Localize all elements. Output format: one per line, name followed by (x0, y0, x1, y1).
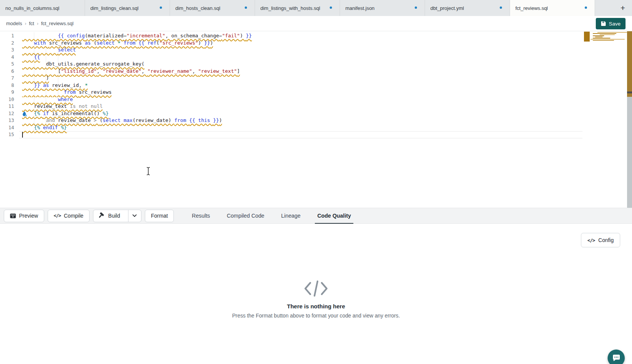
tab-dim_listings_clean.sql[interactable]: dim_listings_clean.sql (85, 0, 170, 16)
line-number: 8 (0, 82, 22, 89)
minimap-row (595, 37, 603, 37)
line-number: 4 (0, 54, 22, 61)
build-label: Build (108, 213, 120, 219)
minimap-row (597, 32, 627, 33)
code-line-text: review_text is not null (22, 103, 103, 110)
preview-button[interactable]: Preview (4, 210, 44, 222)
tab-no_nulls_in_columns.sql[interactable]: no_nulls_in_columns.sql (0, 0, 85, 16)
code-icon: </> (587, 237, 595, 243)
code-line-text: {{ config(materialized="incremental", on… (22, 32, 252, 40)
format-button[interactable]: Format (145, 210, 174, 222)
scrollbar-position-marker (627, 91, 632, 93)
line-number: 3 (0, 47, 22, 54)
code-line-text: dbt_utils.generate_surrogate_key( (22, 61, 144, 68)
empty-state-title: There is nothing here (287, 303, 345, 309)
save-button[interactable]: Save (596, 18, 626, 29)
chevron-down-icon (132, 214, 137, 217)
breadcrumb-separator: › (25, 21, 26, 26)
modified-dot (245, 6, 247, 9)
line-number: 7 (0, 75, 22, 82)
code-line-text: select (22, 47, 76, 54)
code-line-8[interactable]: 8 }} as review_id, * (0, 82, 632, 89)
chat-bubble-icon (612, 354, 621, 362)
breadcrumb-item-fct_reviews.sql[interactable]: fct_reviews.sql (41, 21, 74, 26)
tab-label: dim_listings_with_hosts.sql (260, 5, 320, 11)
minimap-block (584, 32, 590, 42)
code-line-text: where (22, 96, 73, 103)
code-line-6[interactable]: 6 ["listing_id", "review_date", "reviewe… (0, 68, 632, 75)
preview-table-icon (10, 213, 16, 218)
tab-manifest.json[interactable]: manifest.json (340, 0, 425, 16)
code-line-14[interactable]: 14 {% endif %} (0, 124, 632, 131)
modified-dot (160, 6, 162, 9)
minimap-row (593, 40, 614, 41)
vertical-scrollbar[interactable] (627, 31, 632, 208)
code-line-text: from src_reviews (22, 89, 112, 96)
code-editor[interactable]: 1 {{ config(materialized="incremental", … (0, 31, 632, 208)
new-tab-button[interactable]: + (618, 0, 627, 16)
code-line-13[interactable]: 13 and review_date > (select max(review_… (0, 117, 632, 124)
line-number: 6 (0, 68, 22, 75)
tab-dim_listings_with_hosts.sql[interactable]: dim_listings_with_hosts.sql (255, 0, 340, 16)
code-line-11[interactable]: 11 review_text is not null (0, 103, 632, 110)
line-number: 2 (0, 40, 22, 47)
line-number: 9 (0, 89, 22, 96)
empty-state: There is nothing here Press the Format b… (0, 224, 632, 319)
modified-dot (415, 6, 417, 9)
config-button[interactable]: </> Config (581, 233, 620, 247)
code-quality-panel: </> Config There is nothing here Press t… (0, 224, 632, 364)
code-line-text: ["listing_id", "review_date", "reviewer_… (22, 68, 240, 75)
compile-label: Compile (64, 213, 83, 219)
panel-tab-results[interactable]: Results (192, 208, 210, 224)
breadcrumb-item-fct[interactable]: fct (29, 21, 34, 26)
minimap-row (593, 35, 604, 36)
code-line-4[interactable]: 4 {{ (0, 54, 632, 61)
tab-dbt_project.yml[interactable]: dbt_project.yml (425, 0, 510, 16)
tab-fct_reviews.sql[interactable]: fct_reviews.sql (510, 0, 595, 16)
minimap[interactable] (584, 32, 627, 43)
line-number: 11 (0, 103, 22, 110)
tab-label: manifest.json (345, 5, 375, 11)
code-line-15[interactable]: 15 (0, 131, 632, 138)
modified-dot (330, 6, 332, 9)
modified-dot (585, 6, 587, 9)
hammer-icon (98, 212, 105, 219)
code-line-1[interactable]: 1 {{ config(materialized="incremental", … (0, 32, 632, 40)
line-number: 5 (0, 61, 22, 68)
build-button[interactable]: Build (93, 210, 125, 222)
save-label: Save (609, 21, 621, 27)
build-options-dropdown[interactable] (128, 210, 141, 222)
code-line-10[interactable]: 10 where (0, 96, 632, 103)
line-number: 10 (0, 96, 22, 103)
minimap-row (600, 34, 615, 35)
panel-tab-compiled-code[interactable]: Compiled Code (227, 208, 265, 224)
tab-dim_hosts_clean.sql[interactable]: dim_hosts_clean.sql (170, 0, 255, 16)
panel-tab-code-quality[interactable]: Code Quality (317, 208, 351, 224)
panel-tab-lineage[interactable]: Lineage (281, 208, 301, 224)
modified-dot (500, 6, 502, 9)
chat-assistant-button[interactable] (608, 350, 625, 364)
tab-label: fct_reviews.sql (515, 5, 548, 11)
tab-label: no_nulls_in_columns.sql (5, 5, 59, 11)
preview-label: Preview (19, 213, 38, 219)
code-line-text: {{ (22, 54, 40, 61)
tab-bar: no_nulls_in_columns.sqldim_listings_clea… (0, 0, 632, 16)
code-line-text: {% if is_incremental() %} (22, 110, 109, 117)
quick-fix-icon[interactable] (22, 111, 27, 117)
breadcrumb: models›fct›fct_reviews.sql (6, 21, 74, 26)
code-area[interactable]: 1 {{ config(materialized="incremental", … (0, 31, 632, 138)
compile-button[interactable]: </> Compile (48, 210, 90, 222)
editor-toolbar: Preview </> Compile Build (0, 208, 632, 224)
minimap-row (593, 38, 610, 38)
breadcrumb-item-models[interactable]: models (6, 21, 22, 26)
mouse-cursor (146, 167, 151, 177)
line-number: 1 (0, 32, 22, 40)
code-line-9[interactable]: 9 from src_reviews (0, 89, 632, 96)
code-line-5[interactable]: 5 dbt_utils.generate_surrogate_key( (0, 61, 632, 68)
code-line-text: }} as review_id, * (22, 82, 88, 89)
code-line-7[interactable]: 7 ) (0, 75, 632, 82)
code-line-2[interactable]: 2 with src_reviews as (select * from {{ … (0, 40, 632, 47)
code-line-3[interactable]: 3 select (0, 47, 632, 54)
scrollbar-warning-region (627, 31, 632, 97)
code-line-12[interactable]: 12 {% if is_incremental() %} (0, 110, 632, 117)
